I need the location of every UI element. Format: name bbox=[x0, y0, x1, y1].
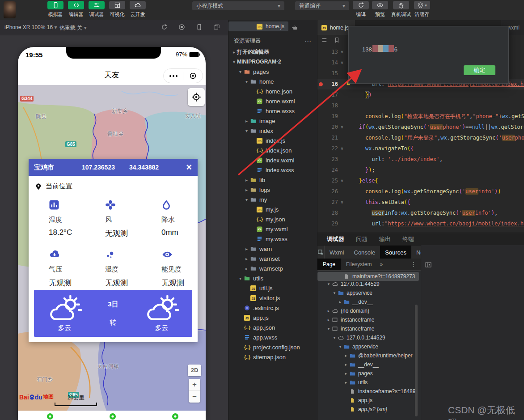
windows-icon[interactable] bbox=[213, 24, 220, 30]
stop-icon[interactable] bbox=[178, 24, 185, 30]
code-line-27[interactable]: 27∨ this.setData({ bbox=[317, 197, 524, 208]
file-tree-item-logs[interactable]: ▸logs bbox=[228, 185, 317, 195]
file-tree-item-index.json[interactable]: {..}index.json bbox=[228, 145, 317, 155]
fold-icon[interactable]: ∨ bbox=[338, 125, 346, 129]
action-真机调试[interactable]: 真机调试 bbox=[391, 1, 411, 18]
sources-tree-item[interactable]: mainframe?t=1648979273 bbox=[317, 272, 419, 281]
locate-button[interactable] bbox=[188, 88, 205, 106]
file-tree-item-warnset[interactable]: ▸warnset bbox=[228, 254, 317, 263]
sources-tree-item[interactable]: instanceframe?s=16489 bbox=[317, 387, 421, 396]
code-line-26[interactable]: 26 console.log(wx.getStorageSync('userin… bbox=[317, 186, 524, 197]
file-tree-item-home.wxml[interactable]: <>home.wxml bbox=[228, 96, 317, 106]
action-预览[interactable]: 预览 bbox=[372, 1, 388, 18]
file-tree-item-my.wxml[interactable]: <>my.wxml bbox=[228, 224, 317, 234]
devtools-tab-Wxml[interactable]: Wxml bbox=[325, 246, 349, 259]
file-tree-item-MINIPROGRAM-2[interactable]: ▾MINIPROGRAM-2 bbox=[228, 57, 317, 67]
sources-tree-item[interactable]: ▸(no domain) bbox=[317, 306, 421, 315]
code-line-25[interactable]: 25∨ }else{ bbox=[317, 175, 524, 186]
scrollbar[interactable] bbox=[415, 305, 418, 416]
action-清缓存[interactable]: ▾清缓存 bbox=[414, 1, 430, 18]
collapse-sidebar-icon[interactable] bbox=[425, 261, 432, 268]
hot-reload-toggle[interactable]: 热重载 关 ▾ bbox=[59, 24, 87, 32]
sources-tree-item[interactable]: app.js bbox=[317, 396, 421, 405]
file-tree-item-index.wxss[interactable]: index.wxss bbox=[228, 165, 317, 175]
fold-icon[interactable]: ∨ bbox=[338, 146, 346, 151]
sources-tab-Filesystem[interactable]: Filesystem bbox=[341, 259, 377, 270]
file-tree-item-index.js[interactable]: JSindex.js bbox=[228, 136, 317, 145]
map-2d-button[interactable]: 2D bbox=[188, 365, 201, 376]
toolbar-button-云开发[interactable]: 云开发 bbox=[128, 1, 147, 18]
breakpoint-dot[interactable] bbox=[317, 82, 324, 86]
more-actions-icon[interactable]: ··· bbox=[305, 38, 312, 44]
toolbar-button-模拟器[interactable]: 模拟器 bbox=[46, 1, 65, 18]
file-tree-item-image[interactable]: ▸image bbox=[228, 116, 317, 126]
sources-tree-item[interactable]: ▸__dev__ bbox=[317, 360, 421, 369]
sources-tree-item[interactable]: ▸utils bbox=[317, 378, 421, 387]
sources-tab-Page[interactable]: Page bbox=[317, 259, 341, 270]
sources-tree-item[interactable]: ▸@babel/runtime/helper bbox=[317, 351, 421, 360]
kebab-menu-icon[interactable]: ⋮ bbox=[406, 259, 421, 270]
tabbar-item-icon[interactable] bbox=[46, 413, 54, 420]
debug-tab-调试器[interactable]: 调试器 bbox=[327, 235, 344, 243]
bookmark-icon[interactable] bbox=[334, 37, 340, 43]
code-line-24[interactable]: 24 }); bbox=[317, 165, 524, 175]
file-tree-item-visitor.js[interactable]: JSvisitor.js bbox=[228, 293, 317, 303]
file-tree-item-my.js[interactable]: JSmy.js bbox=[228, 204, 317, 214]
file-tree-item-home[interactable]: ▾home bbox=[228, 76, 317, 86]
sources-tree-item[interactable]: ▾appservice bbox=[317, 288, 421, 297]
sources-tree-item[interactable]: ▾127.0.0.1:44529 bbox=[317, 333, 421, 342]
zoom-in-button[interactable]: + bbox=[189, 379, 200, 391]
more-tabs-icon[interactable]: » bbox=[377, 259, 385, 270]
code-line-19[interactable]: 19 console.log("检查本地是否存在手机号","phone="+wx… bbox=[317, 111, 524, 122]
sources-tree-item[interactable]: ▸instanceframe bbox=[317, 315, 421, 324]
file-tree-item-打开的编辑器[interactable]: ▸打开的编辑器 bbox=[228, 47, 317, 57]
file-tree-item-.eslintrc.js[interactable]: .eslintrc.js bbox=[228, 303, 317, 313]
fold-icon[interactable]: ∨ bbox=[338, 200, 346, 204]
refresh-icon[interactable] bbox=[161, 24, 168, 30]
file-tree-item-warn[interactable]: ▸warn bbox=[228, 244, 317, 254]
file-tree-item-util.js[interactable]: JSutil.js bbox=[228, 283, 317, 293]
action-编译[interactable]: 编译 bbox=[353, 1, 369, 18]
sources-tree-item[interactable]: ▾instanceframe bbox=[317, 324, 421, 333]
tabbar-item-icon[interactable] bbox=[172, 413, 179, 420]
file-tree-item-home.js[interactable]: JShome.js bbox=[228, 21, 288, 31]
file-tree-item-lib[interactable]: ▸lib bbox=[228, 175, 317, 185]
debug-tab-问题[interactable]: 问题 bbox=[356, 235, 368, 243]
device-phone-icon[interactable] bbox=[196, 24, 203, 30]
fold-icon[interactable]: ∨ bbox=[338, 50, 346, 54]
device-selector[interactable]: iPhone XR 100% 16 ▾ bbox=[4, 24, 57, 30]
file-tree-item-index[interactable]: ▾index bbox=[228, 126, 317, 136]
compile-mode-select[interactable]: 普通编译 ▾ bbox=[295, 1, 349, 10]
file-tree-item-utils[interactable]: ▾utils bbox=[228, 273, 317, 283]
devtools-tab-Sources[interactable]: Sources bbox=[380, 246, 411, 259]
file-tree-item-my.json[interactable]: {..}my.json bbox=[228, 214, 317, 224]
file-tree-item-app.json[interactable]: {..}app.json bbox=[228, 322, 317, 332]
file-tree-item-sitemap.json[interactable]: {..}sitemap.json bbox=[228, 352, 317, 362]
debug-tab-终端[interactable]: 终端 bbox=[402, 235, 414, 243]
code-line-20[interactable]: 20∨ if(wx.getStorageSync('userphone')==n… bbox=[317, 122, 524, 132]
code-line-21[interactable]: 21 console.log("用户未登录",wx.getStorageSync… bbox=[317, 132, 524, 143]
toolbar-button-可视化[interactable]: 可视化 bbox=[108, 1, 127, 18]
close-icon[interactable]: × bbox=[186, 163, 192, 172]
code-line-29[interactable]: 29 url:"https://www.wheart.cn/baoji/mobi… bbox=[317, 218, 524, 229]
code-line-22[interactable]: 22∨ wx.navigateTo({ bbox=[317, 143, 524, 154]
toolbar-button-编辑器[interactable]: 编辑器 bbox=[67, 1, 85, 18]
file-tree-item-app.js[interactable]: JSapp.js bbox=[228, 313, 317, 322]
tabbar-item-icon[interactable] bbox=[109, 413, 116, 420]
mode-select[interactable]: 小程序模式 ▾ bbox=[192, 1, 284, 10]
file-tree-item-app.wxss[interactable]: app.wxss bbox=[228, 332, 317, 342]
sources-tree-item[interactable]: app.js? [sm] bbox=[317, 405, 421, 414]
debug-tab-输出[interactable]: 输出 bbox=[379, 235, 391, 243]
sources-tree-item[interactable]: ▾127.0.0.1:44529 bbox=[317, 280, 421, 288]
file-tree-item-home.wxss[interactable]: home.wxss bbox=[228, 106, 317, 116]
code-line-18[interactable]: 18 bbox=[317, 100, 524, 111]
capsule-home-button[interactable] bbox=[183, 69, 203, 83]
code-line-23[interactable]: 23 url: '../index/index', bbox=[317, 154, 524, 165]
file-tree-item-project.config.json[interactable]: {..}project.config.json bbox=[228, 342, 317, 352]
list-icon[interactable] bbox=[321, 37, 328, 43]
user-avatar[interactable] bbox=[4, 1, 16, 18]
fold-icon[interactable]: ∨ bbox=[338, 60, 346, 65]
file-tree-item-pages[interactable]: ▾pages bbox=[228, 67, 317, 76]
code-line-17[interactable]: 17 }) bbox=[317, 89, 524, 100]
file-tree-item-index.wxml[interactable]: <>index.wxml bbox=[228, 155, 317, 165]
